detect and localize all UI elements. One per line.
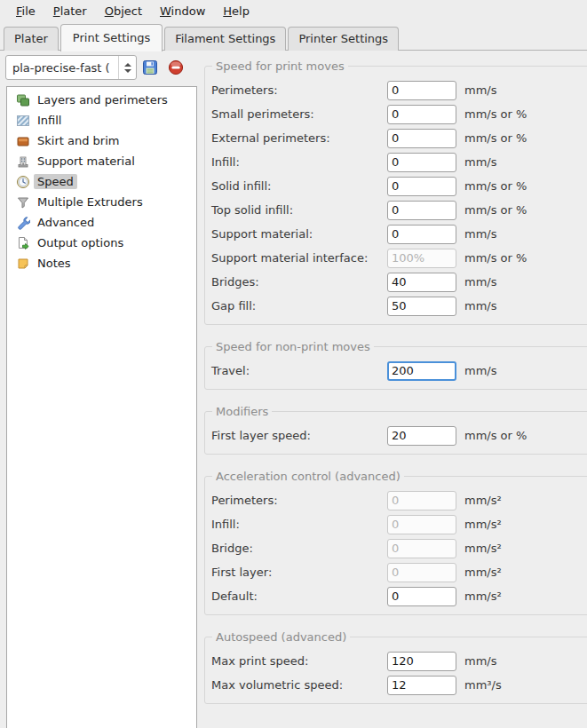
setting-label: Support material:	[211, 227, 387, 241]
setting-input[interactable]	[387, 587, 456, 606]
tab-print-settings[interactable]: Print Settings	[60, 24, 163, 51]
setting-input[interactable]	[387, 515, 456, 534]
menu-item-file[interactable]: File	[7, 2, 44, 20]
preset-combo[interactable]: pla-precise-fast (	[5, 55, 137, 80]
setting-input[interactable]	[387, 129, 456, 148]
tab-filament-settings[interactable]: Filament Settings	[164, 27, 286, 51]
setting-input[interactable]	[387, 177, 456, 196]
setting-row-gap-fill: Gap fill: mm/s	[211, 294, 587, 318]
support-material-icon	[16, 154, 30, 169]
sidebar: pla-precise-fast ( Layers and perimeters…	[0, 51, 203, 728]
setting-input[interactable]	[387, 563, 456, 582]
setting-unit: mm/s	[464, 299, 496, 313]
setting-label: Max print speed:	[211, 654, 387, 668]
tree-item-speed[interactable]: Speed	[7, 171, 196, 192]
setting-row-perimeters: Perimeters: mm/s²	[211, 488, 587, 512]
setting-row-bridges: Bridges: mm/s	[211, 270, 587, 294]
setting-input[interactable]	[387, 153, 456, 172]
output-icon	[16, 236, 30, 250]
setting-input[interactable]	[387, 426, 456, 446]
setting-input[interactable]	[387, 297, 456, 316]
tree-item-label: Skirt and brim	[34, 133, 123, 148]
extruders-icon	[16, 195, 30, 210]
setting-input[interactable]	[387, 81, 456, 100]
setting-unit: mm/s²	[464, 566, 502, 579]
tree-item-output-options[interactable]: Output options	[7, 233, 196, 253]
tab-bar: PlaterPrint SettingsFilament SettingsPri…	[0, 22, 587, 51]
tree-item-label: Notes	[34, 256, 75, 271]
tree-item-notes[interactable]: Notes	[7, 253, 196, 273]
group-rows: First layer speed: mm/s or %	[211, 423, 587, 447]
setting-label: Travel:	[211, 364, 387, 377]
settings-panel: Speed for print moves Perimeters: mm/s S…	[204, 51, 587, 728]
setting-label: Perimeters:	[211, 83, 387, 97]
setting-label: First layer:	[211, 566, 387, 579]
setting-unit: mm/s²	[464, 542, 502, 555]
setting-input[interactable]	[387, 361, 456, 381]
setting-unit: mm/s or %	[464, 107, 527, 121]
tab-printer-settings[interactable]: Printer Settings	[288, 27, 399, 51]
setting-input[interactable]	[387, 273, 456, 292]
setting-input[interactable]	[387, 105, 456, 124]
combo-spinner[interactable]	[118, 56, 136, 79]
tree-item-infill[interactable]: Infill	[7, 110, 196, 131]
menu-bar: FilePlaterObjectWindowHelp	[0, 0, 587, 22]
speed-icon	[16, 175, 30, 189]
wrench-icon	[16, 216, 30, 230]
setting-label: Infill:	[211, 518, 387, 531]
tree-item-label: Infill	[34, 113, 66, 128]
tree-item-label: Support material	[34, 154, 139, 169]
setting-label: Top solid infill:	[211, 203, 387, 217]
setting-unit: mm/s²	[464, 590, 502, 603]
save-preset-button[interactable]	[141, 58, 161, 77]
tree-item-advanced[interactable]: Advanced	[7, 212, 196, 233]
setting-row-default: Default: mm/s²	[211, 584, 587, 608]
setting-input[interactable]	[387, 539, 456, 558]
spinner-up-icon	[124, 63, 131, 67]
setting-unit: mm/s	[464, 654, 496, 668]
setting-unit: mm/s or %	[464, 203, 527, 217]
group-title: Autospeed (advanced)	[212, 630, 350, 644]
setting-label: Bridge:	[211, 542, 387, 555]
setting-input[interactable]	[387, 676, 456, 695]
setting-unit: mm/s	[464, 227, 496, 241]
settings-group-acceleration-control-advanced: Acceleration control (advanced) Perimete…	[204, 470, 587, 615]
setting-unit: mm/s	[464, 275, 496, 289]
tree-item-multiple-extruders[interactable]: Multiple Extruders	[7, 192, 196, 212]
setting-row-max-volumetric-speed: Max volumetric speed: mm³/s	[211, 673, 587, 697]
setting-unit: mm/s or %	[464, 131, 527, 145]
settings-group-autospeed-advanced: Autospeed (advanced) Max print speed: mm…	[204, 630, 587, 704]
setting-label: Support material interface:	[211, 251, 387, 265]
setting-row-small-perimeters: Small perimeters: mm/s or %	[211, 102, 587, 126]
setting-row-first-layer: First layer: mm/s²	[211, 560, 587, 584]
delete-preset-button[interactable]	[167, 58, 186, 77]
setting-row-first-layer-speed: First layer speed: mm/s or %	[211, 423, 587, 447]
menu-item-plater[interactable]: Plater	[44, 2, 96, 20]
setting-row-solid-infill: Solid infill: mm/s or %	[211, 174, 587, 198]
group-rows: Max print speed: mm/s Max volumetric spe…	[211, 649, 587, 697]
group-title: Speed for print moves	[212, 59, 348, 73]
setting-unit: mm³/s	[464, 678, 502, 692]
setting-label: Perimeters:	[211, 494, 387, 507]
setting-row-top-solid-infill: Top solid infill: mm/s or %	[211, 198, 587, 222]
setting-input[interactable]	[387, 491, 456, 510]
settings-group-modifiers: Modifiers First layer speed: mm/s or %	[204, 405, 587, 455]
setting-label: Solid infill:	[211, 179, 387, 193]
tree-item-layers-and-perimeters[interactable]: Layers and perimeters	[7, 90, 196, 110]
setting-input[interactable]	[387, 652, 456, 671]
menu-item-window[interactable]: Window	[151, 2, 214, 20]
setting-input[interactable]	[387, 201, 456, 220]
setting-label: External perimeters:	[211, 131, 387, 145]
menu-item-object[interactable]: Object	[96, 2, 151, 20]
tree-item-support-material[interactable]: Support material	[7, 151, 196, 171]
tab-plater[interactable]: Plater	[4, 27, 59, 51]
preset-combo-value: pla-precise-fast (	[6, 61, 118, 75]
tree-item-skirt-and-brim[interactable]: Skirt and brim	[7, 131, 196, 151]
settings-group-speed-for-non-print-moves: Speed for non-print moves Travel: mm/s	[204, 340, 587, 390]
menu-item-help[interactable]: Help	[214, 2, 258, 20]
settings-group-speed-for-print-moves: Speed for print moves Perimeters: mm/s S…	[204, 59, 587, 325]
setting-input[interactable]	[387, 249, 456, 268]
setting-row-max-print-speed: Max print speed: mm/s	[211, 649, 587, 673]
group-title: Acceleration control (advanced)	[212, 470, 404, 483]
setting-input[interactable]	[387, 225, 456, 244]
